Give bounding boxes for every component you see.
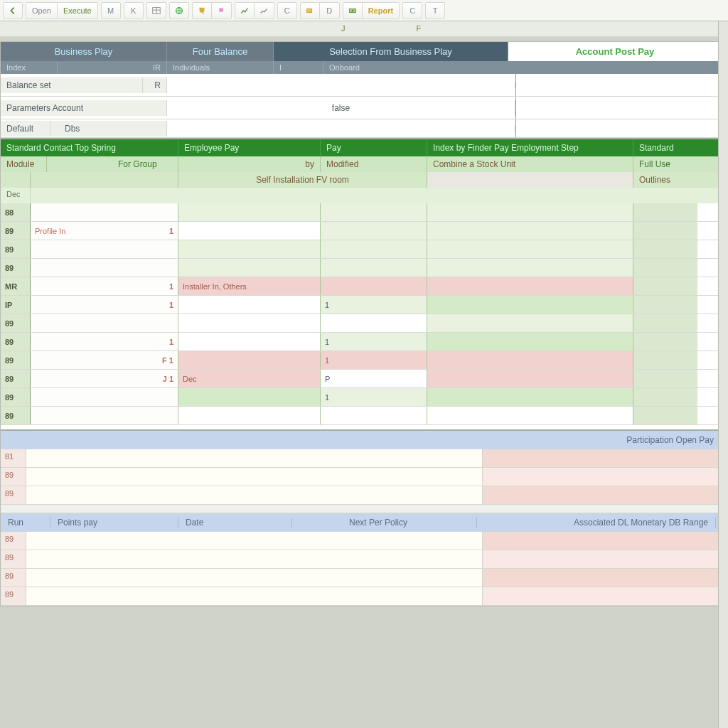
table-button[interactable]	[146, 2, 166, 19]
table-row[interactable]: 89	[1, 259, 722, 277]
hdr-index-finder[interactable]: Index by Finder Pay Employment Step	[427, 139, 633, 156]
cell-body[interactable]	[26, 550, 483, 568]
row-gap[interactable]	[31, 259, 178, 277]
cell-c[interactable]	[178, 314, 321, 332]
report-button[interactable]: Report	[363, 2, 400, 19]
cell-blank-right[interactable]	[515, 119, 722, 137]
vertical-scrollbar[interactable]	[718, 21, 728, 728]
cell-e[interactable]	[427, 333, 633, 350]
btn-k[interactable]: K	[124, 2, 144, 19]
table-row[interactable]: 81	[1, 449, 722, 468]
table-row[interactable]: 89Profile In1	[1, 222, 722, 240]
cell-blank-right[interactable]	[515, 74, 722, 96]
cell-right[interactable]	[483, 468, 722, 486]
cell-body[interactable]	[26, 569, 483, 587]
hdr-next-per[interactable]: Next Per Policy	[342, 518, 477, 528]
row-gap[interactable]: Profile In1	[31, 222, 178, 240]
cell-body[interactable]	[26, 532, 483, 550]
cell-d[interactable]	[321, 314, 427, 332]
cell-d[interactable]	[321, 203, 427, 221]
cell-d[interactable]: 1	[321, 351, 427, 369]
trophy-button[interactable]	[192, 2, 212, 19]
cell-right[interactable]	[483, 587, 722, 605]
cell-c[interactable]	[178, 388, 321, 406]
cell-c[interactable]	[178, 259, 321, 277]
cell-e[interactable]	[427, 296, 633, 314]
btn-c2[interactable]: C	[402, 2, 422, 19]
cell-e[interactable]	[427, 370, 633, 387]
cell-d[interactable]: 1	[321, 388, 427, 406]
hdr-run[interactable]: Run	[1, 518, 50, 528]
cell-f[interactable]	[633, 222, 697, 240]
hdr-standard[interactable]: Standard	[633, 139, 722, 156]
hdr-employee-pay[interactable]: Employee Pay	[178, 139, 321, 156]
cell-f[interactable]	[633, 240, 697, 258]
cell-d[interactable]	[321, 259, 427, 277]
cell-d[interactable]: P	[321, 370, 427, 387]
hdr-pay[interactable]: Pay	[321, 139, 427, 156]
table-row[interactable]: 89	[1, 550, 722, 569]
table-row[interactable]: 89	[1, 240, 722, 259]
cell-d[interactable]	[321, 240, 427, 258]
cell-blank-right[interactable]	[515, 97, 722, 119]
cell-e[interactable]	[427, 351, 633, 369]
table-row[interactable]: 88	[1, 203, 722, 222]
row-default[interactable]: Default Dbs	[1, 119, 722, 138]
row-gap[interactable]	[31, 240, 178, 258]
cell-blank[interactable]	[167, 126, 515, 132]
row-gap[interactable]	[31, 203, 178, 221]
table-row[interactable]: 89J 1DecP	[1, 370, 722, 388]
cell-body[interactable]	[26, 486, 483, 504]
row-gap[interactable]: 1	[31, 277, 178, 295]
execute-button[interactable]: Execute	[58, 2, 98, 19]
cell-f[interactable]	[633, 351, 697, 369]
cell-right[interactable]	[483, 449, 722, 467]
cell-body[interactable]	[26, 587, 483, 605]
cell-e[interactable]	[427, 203, 633, 221]
row-gap[interactable]: 1	[31, 333, 178, 350]
trophy-alt-button[interactable]	[212, 2, 232, 19]
row-balance-set[interactable]: Balance set R	[1, 74, 722, 97]
hdr-participation[interactable]: Participation Open Pay	[483, 435, 722, 445]
cell-d[interactable]	[321, 222, 427, 240]
cell-d[interactable]	[321, 407, 427, 424]
cell-e[interactable]	[427, 259, 633, 277]
cell-f[interactable]	[633, 370, 697, 387]
table-row[interactable]: 8911	[1, 333, 722, 351]
battery-button[interactable]	[300, 2, 320, 19]
row-gap[interactable]	[31, 388, 178, 406]
cell-right[interactable]	[483, 486, 722, 504]
cell-f[interactable]	[633, 388, 697, 406]
hdr-account-post-pay[interactable]: Account Post Pay	[508, 42, 722, 61]
table-row[interactable]: 89F 11	[1, 351, 722, 370]
hdr-standard-contact[interactable]: Standard Contact Top Spring	[1, 139, 178, 156]
cell-c[interactable]	[178, 296, 321, 314]
btn-d[interactable]: D	[320, 2, 340, 19]
cell-f[interactable]	[633, 407, 697, 424]
open-button[interactable]: Open	[26, 2, 58, 19]
btn-m[interactable]: M	[101, 2, 121, 19]
cell-d[interactable]	[321, 277, 427, 295]
cell-c[interactable]	[178, 222, 321, 240]
row-gap[interactable]	[31, 407, 178, 424]
money-button[interactable]	[343, 2, 363, 19]
cell-e[interactable]	[427, 388, 633, 406]
cell-c[interactable]	[178, 351, 321, 369]
table-row[interactable]: 891	[1, 388, 722, 407]
table-row[interactable]: 89	[1, 314, 722, 333]
row-gap[interactable]: J 1	[31, 370, 178, 387]
row-gap[interactable]: F 1	[31, 351, 178, 369]
row-parameters[interactable]: Parameters Account false	[1, 97, 722, 119]
chart-button[interactable]	[235, 2, 255, 19]
hdr-business-play[interactable]: Business Play	[1, 42, 167, 61]
back-button[interactable]	[3, 2, 23, 19]
cell-c[interactable]: Dec	[178, 370, 321, 387]
hdr-four-balance[interactable]: Four Balance	[167, 42, 274, 61]
cell-d[interactable]: 1	[321, 296, 427, 314]
cell-c[interactable]	[178, 240, 321, 258]
hdr-points[interactable]: Points pay	[50, 518, 178, 528]
row-gap[interactable]: 1	[31, 296, 178, 314]
cell-e[interactable]	[427, 222, 633, 240]
cell-right[interactable]	[483, 550, 722, 568]
cell-f[interactable]	[633, 259, 697, 277]
